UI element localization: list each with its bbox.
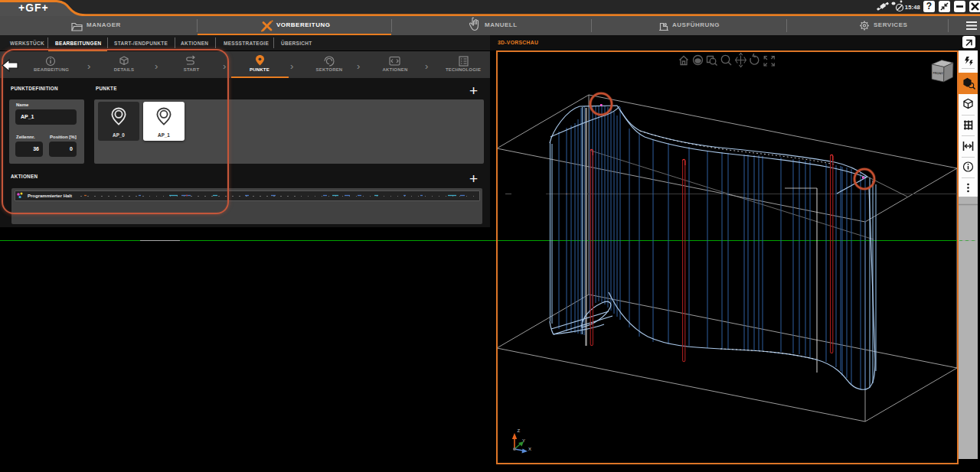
svg-text:Z: Z (518, 428, 521, 433)
svg-text:X: X (528, 447, 531, 451)
svg-text:Y: Y (522, 438, 525, 443)
